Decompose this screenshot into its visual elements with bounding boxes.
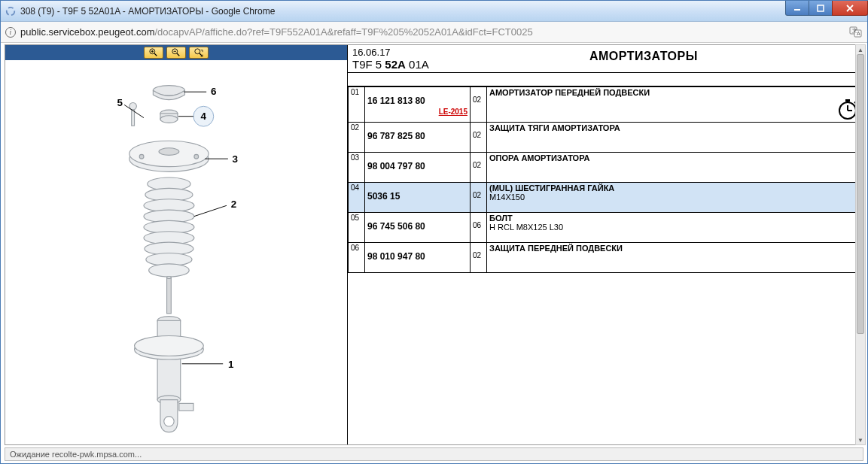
exploded-diagram[interactable]: 6 5 4 3 2 1: [7, 62, 346, 443]
part-number: 16 121 813 80: [367, 96, 468, 106]
part-desc: БОЛТ: [489, 214, 860, 223]
window-title: 308 (T9) - T9F 5 52A01A - АМОРТИЗАТОРЫ -…: [20, 6, 864, 17]
maximize-button[interactable]: [809, 1, 833, 16]
svg-point-9: [195, 49, 200, 54]
callout-6: 6: [211, 86, 216, 97]
part-number-cell: 5036 15: [365, 183, 471, 213]
svg-line-43: [194, 205, 227, 216]
callout-4[interactable]: 4: [201, 111, 207, 122]
svg-point-29: [149, 264, 190, 277]
description-cell: ОПОРА АМОРТИЗАТОРА: [487, 153, 863, 183]
part-number-cell: 96 787 825 80: [365, 123, 471, 153]
url-display[interactable]: public.servicebox.peugeot.com/docapvAP/a…: [20, 26, 849, 38]
svg-point-37: [164, 417, 174, 426]
window-titlebar: 308 (T9) - T9F 5 52A01A - АМОРТИЗАТОРЫ -…: [1, 1, 867, 22]
svg-rect-47: [845, 99, 850, 102]
svg-rect-15: [132, 110, 135, 126]
callout-3: 3: [233, 153, 238, 165]
table-row[interactable]: 0398 004 797 8002ОПОРА АМОРТИЗАТОРА: [349, 153, 863, 183]
url-path: /docapvAP/affiche.do?ref=T9F552A01A&refa…: [155, 26, 533, 38]
table-row[interactable]: 0596 745 506 8006БОЛТH RCL M8X125 L30: [349, 213, 863, 243]
table-row[interactable]: 045036 1502(MUL) ШЕСТИГРАННАЯ ГАЙКАM14X1…: [349, 183, 863, 213]
loading-spinner-icon: [5, 6, 16, 17]
svg-point-0: [7, 7, 15, 15]
svg-rect-30: [167, 277, 172, 314]
description-cell: ЗАЩИТА ПЕРЕДНЕЙ ПОДВЕСКИ: [487, 243, 863, 273]
header-spacer: [348, 73, 863, 86]
scroll-down-arrow-icon[interactable]: ▼: [856, 435, 865, 444]
scroll-up-arrow-icon[interactable]: ▲: [856, 45, 865, 54]
svg-rect-33: [157, 320, 181, 399]
svg-text:A: A: [857, 31, 860, 36]
vertical-scrollbar[interactable]: ▲ ▼: [855, 44, 866, 445]
status-text: Ожидание recolte-pwk.mpsa.com...: [10, 450, 142, 459]
part-desc2: H RCL M8X125 L30: [489, 223, 860, 232]
description-cell: ЗАЩИТА ТЯГИ АМОРТИЗАТОРА: [487, 123, 863, 153]
status-bar: Ожидание recolte-pwk.mpsa.com...: [5, 447, 863, 461]
scroll-thumb[interactable]: [857, 54, 864, 334]
part-desc2: M14X150: [489, 193, 860, 202]
qty-cell: 02: [471, 153, 487, 183]
svg-point-36: [135, 335, 204, 356]
svg-point-18: [159, 148, 179, 156]
table-row[interactable]: 0296 787 825 8002ЗАЩИТА ТЯГИ АМОРТИЗАТОР…: [349, 123, 863, 153]
row-num: 04: [349, 183, 365, 213]
diagram-code: T9F 5 52A 01A: [352, 58, 429, 71]
diagram-title: АМОРТИЗАТОРЫ: [429, 47, 858, 63]
part-desc: (MUL) ШЕСТИГРАННАЯ ГАЙКА: [489, 183, 860, 193]
description-cell: АМОРТИЗАТОР ПЕРЕДНЕЙ ПОДВЕСКИ: [487, 87, 863, 123]
svg-point-31: [167, 277, 172, 279]
row-num: 05: [349, 213, 365, 243]
qty-cell: 02: [471, 123, 487, 153]
part-number-cell: 16 121 813 80LE-2015: [365, 87, 471, 123]
translate-icon[interactable]: 文A: [849, 26, 863, 39]
svg-rect-2: [818, 5, 824, 11]
minimize-button[interactable]: [785, 1, 809, 16]
qty-cell: 02: [471, 183, 487, 213]
zoom-out-button[interactable]: [166, 47, 186, 59]
svg-rect-38: [179, 403, 193, 411]
svg-rect-1: [794, 9, 800, 11]
row-num: 06: [349, 243, 365, 273]
window-controls: [785, 1, 867, 16]
page-content: 6 5 4 3 2 1 16.06.17 T9F 5 52A 01A: [5, 44, 863, 445]
url-host: public.servicebox.peugeot.com: [20, 26, 155, 38]
parts-table: 0116 121 813 80LE-201502АМОРТИЗАТОР ПЕРЕ…: [348, 86, 863, 273]
diagram-date: 16.06.17: [352, 47, 429, 58]
part-number: 96 745 506 80: [367, 221, 468, 232]
part-desc: АМОРТИЗАТОР ПЕРЕДНЕЙ ПОДВЕСКИ: [489, 88, 860, 97]
site-info-icon[interactable]: i: [5, 27, 16, 38]
callout-5: 5: [117, 97, 123, 108]
part-number: 5036 15: [367, 191, 468, 202]
qty-cell: 06: [471, 213, 487, 243]
diagram-toolbar: [5, 45, 347, 60]
part-number-cell: 98 004 797 80: [365, 153, 471, 183]
le-link[interactable]: LE-2015: [439, 108, 468, 116]
row-num: 01: [349, 87, 365, 123]
row-num: 03: [349, 153, 365, 183]
table-row[interactable]: 0698 010 947 8002ЗАЩИТА ПЕРЕДНЕЙ ПОДВЕСК…: [349, 243, 863, 273]
qty-cell: 02: [471, 87, 487, 123]
svg-point-20: [194, 154, 199, 159]
svg-point-13: [160, 116, 178, 123]
part-desc: ЗАЩИТА ПЕРЕДНЕЙ ПОДВЕСКИ: [489, 244, 860, 253]
svg-point-19: [139, 154, 144, 159]
table-row[interactable]: 0116 121 813 80LE-201502АМОРТИЗАТОР ПЕРЕ…: [349, 87, 863, 123]
part-desc: ЗАЩИТА ТЯГИ АМОРТИЗАТОРА: [489, 123, 860, 132]
parts-pane: 16.06.17 T9F 5 52A 01A АМОРТИЗАТОРЫ 0116…: [348, 45, 863, 444]
description-cell: БОЛТH RCL M8X125 L30: [487, 213, 863, 243]
description-cell: (MUL) ШЕСТИГРАННАЯ ГАЙКАM14X150: [487, 183, 863, 213]
close-button[interactable]: [832, 1, 868, 16]
qty-cell: 02: [471, 243, 487, 273]
zoom-in-button[interactable]: [144, 47, 163, 59]
row-num: 02: [349, 123, 365, 153]
part-number: 96 787 825 80: [367, 131, 468, 141]
diagram-pane: 6 5 4 3 2 1: [5, 45, 348, 444]
browser-window: 308 (T9) - T9F 5 52A01A - АМОРТИЗАТОРЫ -…: [0, 0, 868, 464]
callout-1: 1: [228, 359, 234, 370]
address-bar: i public.servicebox.peugeot.com/docapvAP…: [1, 22, 867, 43]
part-number-cell: 96 745 506 80: [365, 213, 471, 243]
part-number: 98 010 947 80: [367, 251, 468, 262]
zoom-fit-button[interactable]: [189, 47, 209, 59]
callout-2: 2: [231, 199, 236, 210]
